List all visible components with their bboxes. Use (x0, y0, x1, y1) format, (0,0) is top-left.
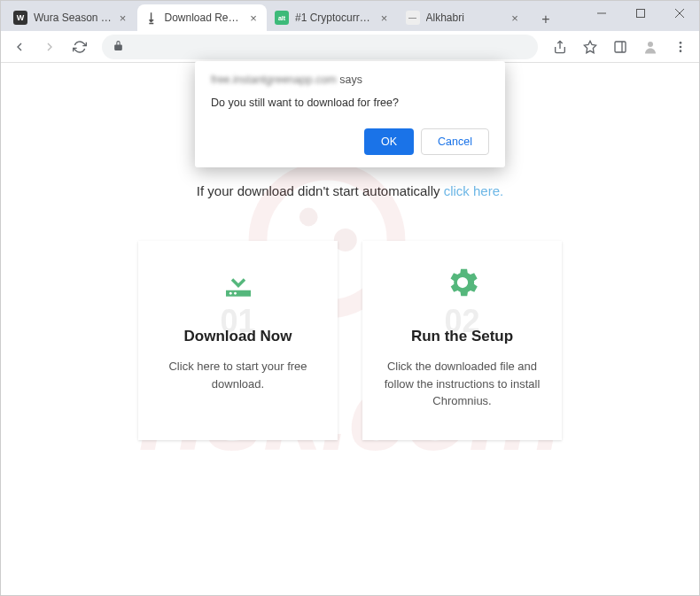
svg-point-4 (680, 45, 682, 48)
new-tab-button[interactable]: + (534, 8, 557, 31)
dialog-message: Do you still want to download for free? (211, 97, 489, 109)
bookmark-button[interactable] (577, 34, 603, 60)
card-download-now[interactable]: 01 Download Now Click here to start your… (138, 241, 338, 440)
card-run-setup: 02 Run the Setup Click the downloaded fi… (362, 241, 562, 440)
forward-button[interactable] (36, 34, 63, 60)
tab-0[interactable]: W Wura Season 2 Download × (6, 4, 136, 31)
subtitle-text: If your download didn't start automatica… (197, 183, 444, 198)
svg-point-7 (299, 208, 318, 227)
chrome-menu-button[interactable] (667, 34, 694, 60)
side-panel-button[interactable] (607, 34, 634, 60)
dialog-ok-button[interactable]: OK (364, 128, 414, 155)
address-bar[interactable] (102, 35, 538, 59)
tab-title-2: #1 Cryptocurrency Analytics (295, 12, 375, 24)
download-icon (220, 264, 257, 305)
svg-point-11 (229, 292, 231, 295)
card-title-1: Download Now (184, 328, 292, 345)
back-button[interactable] (6, 34, 33, 60)
toolbar (1, 31, 699, 63)
click-here-link[interactable]: click here. (444, 183, 504, 198)
card-body-2: Click the downloaded file and follow the… (382, 358, 542, 410)
card-body-1: Click here to start your free download. (158, 358, 318, 392)
share-button[interactable] (547, 34, 573, 60)
svg-rect-0 (637, 10, 645, 18)
window-close-button[interactable] (660, 1, 699, 26)
tab-favicon-3: — (406, 11, 420, 25)
window-minimize-button[interactable] (582, 1, 621, 26)
tab-2[interactable]: alt #1 Cryptocurrency Analytics × (268, 4, 398, 31)
tab-favicon-2: alt (275, 11, 289, 25)
tab-close-3[interactable]: × (509, 12, 521, 24)
tab-3[interactable]: — Alkhabri × (399, 4, 529, 31)
lock-icon (113, 40, 124, 54)
card-title-2: Run the Setup (411, 328, 513, 345)
svg-point-5 (680, 50, 682, 52)
tab-favicon-0: W (13, 11, 27, 25)
tab-close-1[interactable]: × (247, 12, 260, 24)
tab-title-3: Alkhabri (426, 12, 506, 24)
window-maximize-button[interactable] (621, 1, 660, 26)
profile-button[interactable] (637, 34, 664, 60)
svg-point-2 (648, 42, 653, 47)
dialog-says: says (339, 74, 362, 86)
svg-point-3 (680, 42, 682, 44)
svg-rect-1 (615, 42, 626, 52)
tab-title-0: Wura Season 2 Download (34, 12, 113, 24)
tab-title-1: Download Ready (165, 12, 245, 24)
tab-close-0[interactable]: × (117, 12, 129, 24)
download-icon: ⭳ (144, 11, 159, 25)
gear-icon (444, 264, 481, 305)
dialog-origin: free.instantgreenapp.com (211, 74, 337, 86)
page-subtitle: If your download didn't start automatica… (2, 183, 698, 198)
tab-1[interactable]: ⭳ Download Ready × (137, 4, 268, 31)
reload-button[interactable] (66, 34, 93, 60)
javascript-dialog: free.instantgreenapp.com says Do you sti… (195, 61, 505, 167)
dialog-cancel-button[interactable]: Cancel (421, 128, 489, 155)
dialog-origin-line: free.instantgreenapp.com says (211, 74, 489, 86)
tab-close-2[interactable]: × (378, 12, 391, 24)
svg-point-12 (234, 292, 237, 295)
